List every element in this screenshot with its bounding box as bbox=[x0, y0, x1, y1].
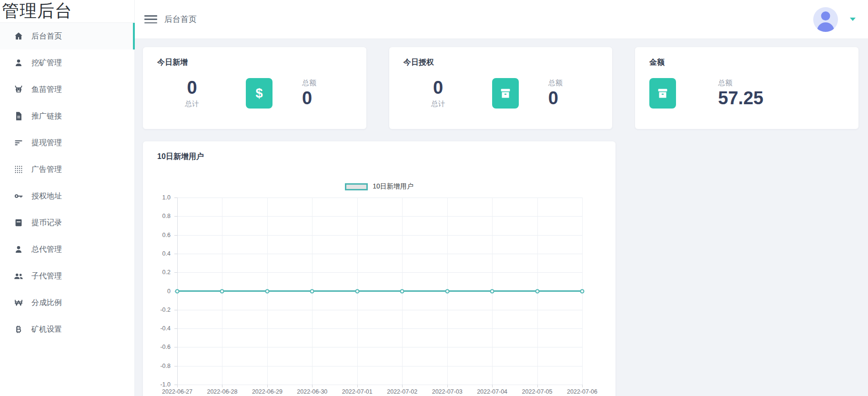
dollar-icon: $ bbox=[246, 78, 273, 109]
x-axis-tick bbox=[582, 385, 583, 387]
sidebar-item-label: 提现管理 bbox=[31, 138, 62, 148]
sidebar: 管理后台 后台首页 挖矿管理 鱼苗管理 推广链接 bbox=[0, 0, 135, 396]
y-axis-label: 0.2 bbox=[162, 269, 171, 276]
data-point bbox=[355, 289, 359, 293]
person-icon bbox=[13, 58, 24, 68]
stat-card-today-new: 今日新增 0 总计 $ 总额 0 bbox=[143, 47, 366, 129]
person-icon bbox=[13, 244, 24, 255]
sidebar-item-sub-agent[interactable]: 子代管理 bbox=[0, 263, 134, 289]
legend-swatch bbox=[345, 183, 368, 190]
sidebar-item-share-ratio[interactable]: 分成比例 bbox=[0, 289, 134, 316]
count-column: 0 总计 bbox=[412, 78, 464, 109]
document-icon bbox=[13, 111, 24, 121]
home-icon bbox=[13, 31, 24, 41]
won-icon bbox=[13, 297, 24, 308]
sidebar-item-promo-link[interactable]: 推广链接 bbox=[0, 103, 134, 129]
x-axis-label: 2022-06-29 bbox=[252, 388, 283, 395]
sidebar-item-label: 广告管理 bbox=[31, 165, 62, 175]
count-column: 0 总计 bbox=[166, 78, 218, 109]
total-value: 0 bbox=[302, 89, 316, 109]
stat-card-amount: 金额 总额 57.25 bbox=[635, 47, 858, 129]
total-label: 总额 bbox=[718, 79, 763, 88]
total-value: 0 bbox=[548, 89, 563, 109]
y-axis-label: 0.8 bbox=[162, 213, 171, 219]
sidebar-item-withdraw[interactable]: 提现管理 bbox=[0, 129, 134, 156]
chart-plot bbox=[177, 198, 582, 385]
sidebar-item-label: 推广链接 bbox=[31, 111, 62, 121]
total-column: 总额 0 bbox=[548, 79, 563, 109]
total-value: 57.25 bbox=[718, 89, 763, 109]
x-axis-label: 2022-07-06 bbox=[567, 388, 597, 395]
sidebar-item-mining[interactable]: 挖矿管理 bbox=[0, 50, 134, 76]
sidebar-item-fry[interactable]: 鱼苗管理 bbox=[0, 76, 134, 103]
menu-toggle-icon[interactable] bbox=[144, 15, 157, 23]
card-body: 0 总计 $ 总额 0 bbox=[157, 78, 352, 109]
chart-title: 10日新增用户 bbox=[157, 152, 601, 162]
stat-card-today-auth: 今日授权 0 总计 总额 0 bbox=[389, 47, 613, 129]
sidebar-item-label: 后台首页 bbox=[31, 31, 62, 41]
people-icon bbox=[13, 271, 24, 281]
series-line bbox=[177, 198, 582, 385]
x-axis-tick bbox=[267, 385, 268, 387]
sidebar-item-coin-records[interactable]: 提币记录 bbox=[0, 209, 134, 236]
sidebar-item-label: 矿机设置 bbox=[31, 325, 62, 335]
sidebar-item-label: 总代管理 bbox=[31, 245, 62, 255]
x-axis-label: 2022-07-05 bbox=[522, 388, 553, 395]
topbar: 后台首页 bbox=[135, 0, 868, 39]
sidebar-item-ads[interactable]: 广告管理 bbox=[0, 156, 134, 183]
x-axis-label: 2022-07-03 bbox=[432, 388, 463, 395]
x-axis-tick bbox=[312, 385, 313, 387]
sidebar-item-label: 提币记录 bbox=[31, 218, 62, 228]
y-axis-label: -0.4 bbox=[160, 325, 171, 332]
sidebar-item-dashboard[interactable]: 后台首页 bbox=[0, 23, 134, 50]
x-axis-tick bbox=[447, 385, 448, 387]
legend-label: 10日新增用户 bbox=[373, 182, 414, 191]
y-axis-label: 0.4 bbox=[162, 250, 171, 257]
sidebar-item-general-agent[interactable]: 总代管理 bbox=[0, 236, 134, 263]
archive-icon bbox=[492, 78, 519, 109]
data-point bbox=[175, 289, 180, 293]
stat-cards-row: 今日新增 0 总计 $ 总额 0 今日授权 0 总计 bbox=[143, 47, 858, 129]
chevron-down-icon[interactable] bbox=[850, 18, 856, 21]
total-label: 总额 bbox=[548, 79, 563, 88]
sidebar-item-label: 授权地址 bbox=[31, 191, 62, 201]
data-point bbox=[445, 289, 449, 293]
sort-icon bbox=[13, 138, 24, 148]
topbar-right bbox=[813, 7, 856, 32]
count-label: 总计 bbox=[166, 99, 218, 109]
sidebar-item-auth-address[interactable]: 授权地址 bbox=[0, 183, 134, 209]
sidebar-item-label: 鱼苗管理 bbox=[31, 85, 62, 95]
card-title: 今日授权 bbox=[404, 58, 598, 68]
dots-grid-icon bbox=[13, 164, 24, 175]
avatar[interactable] bbox=[813, 7, 838, 32]
card-body: 0 总计 总额 0 bbox=[404, 78, 598, 109]
x-axis-label: 2022-06-27 bbox=[162, 388, 192, 395]
x-axis-tick bbox=[492, 385, 493, 387]
data-point bbox=[490, 289, 495, 293]
x-axis-label: 2022-07-01 bbox=[342, 388, 373, 395]
total-column: 总额 0 bbox=[302, 79, 316, 109]
data-point bbox=[310, 289, 314, 293]
x-axis-label: 2022-06-30 bbox=[297, 388, 327, 395]
data-point bbox=[220, 289, 224, 293]
chart-legend[interactable]: 10日新增用户 bbox=[143, 182, 616, 191]
chart-card: 10日新增用户 10日新增用户 1.00.80.60.40.20-0.2-0.4… bbox=[143, 141, 616, 396]
cow-icon bbox=[13, 84, 24, 95]
x-axis-tick bbox=[357, 385, 358, 387]
sidebar-nav: 后台首页 挖矿管理 鱼苗管理 推广链接 提现管理 bbox=[0, 23, 134, 343]
x-axis-label: 2022-07-04 bbox=[477, 388, 507, 395]
x-axis-tick bbox=[537, 385, 538, 387]
total-label: 总额 bbox=[302, 79, 316, 88]
data-point bbox=[580, 289, 585, 293]
y-axis-label: -0.8 bbox=[160, 363, 171, 369]
count-value: 0 bbox=[412, 78, 464, 98]
sidebar-item-miner-settings[interactable]: 矿机设置 bbox=[0, 316, 134, 343]
sidebar-item-label: 子代管理 bbox=[31, 271, 62, 281]
y-axis-label: -0.2 bbox=[160, 307, 171, 313]
x-axis-tick bbox=[222, 385, 222, 387]
avatar-head bbox=[821, 11, 830, 20]
data-point bbox=[400, 289, 404, 293]
data-point bbox=[265, 289, 269, 293]
y-axis-label: -0.6 bbox=[160, 344, 171, 350]
card-title: 今日新增 bbox=[157, 58, 352, 68]
